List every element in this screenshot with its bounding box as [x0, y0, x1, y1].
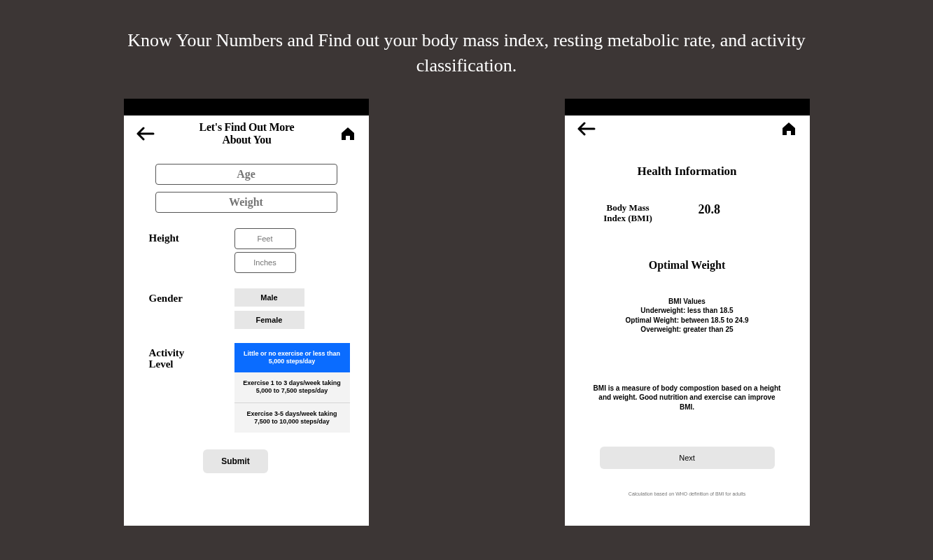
female-button[interactable]: Female — [234, 311, 304, 329]
bmi-value-ranges: BMI Values Underweight: less than 18.5 O… — [626, 297, 749, 335]
bmi-optimal-range: Optimal Weight: between 18.5 to 24.9 — [626, 316, 749, 324]
status-bar — [565, 99, 810, 115]
home-icon[interactable] — [339, 126, 356, 141]
next-button[interactable]: Next — [600, 447, 775, 469]
gender-controls: Male Female — [234, 288, 356, 330]
screen-title: Let's Find Out More About You — [155, 121, 339, 147]
app-bar: Let's Find Out More About You — [124, 115, 369, 150]
gender-row: Gender Male Female — [136, 288, 356, 330]
page-title: Know Your Numbers and Find out your body… — [0, 0, 933, 93]
results-content: Health Information Body Mass Index (BMI)… — [565, 139, 810, 526]
screen-title-line2: About You — [222, 134, 271, 146]
bmi-label: Body Mass Index (BMI) — [577, 202, 679, 224]
activity-controls: Little or no exercise or less than 5,000… — [234, 343, 356, 433]
height-controls — [234, 228, 356, 273]
activity-option-2[interactable]: Exercise 3-5 days/week taking 7,500 to 1… — [234, 403, 350, 433]
screen-title-line1: Let's Find Out More — [199, 121, 295, 133]
status-bar — [124, 99, 369, 115]
activity-label: Activity Level — [136, 343, 234, 370]
activity-label-line2: Level — [149, 358, 174, 370]
inches-input[interactable] — [234, 252, 296, 273]
app-bar — [565, 115, 810, 139]
gender-label: Gender — [136, 288, 234, 304]
activity-option-0[interactable]: Little or no exercise or less than 5,000… — [234, 343, 350, 373]
activity-option-1[interactable]: Exercise 1 to 3 days/week taking 5,000 t… — [234, 372, 350, 403]
form-content: Height Gender Male Female Activity Level — [124, 150, 369, 526]
phone-results: Health Information Body Mass Index (BMI)… — [565, 99, 810, 526]
activity-list: Little or no exercise or less than 5,000… — [234, 343, 350, 433]
bmi-values-heading: BMI Values — [668, 298, 706, 305]
submit-button[interactable]: Submit — [203, 449, 268, 473]
home-icon[interactable] — [780, 121, 797, 136]
phone-form: Let's Find Out More About You Height Gen… — [124, 99, 369, 526]
weight-input[interactable] — [155, 192, 337, 213]
back-arrow-icon[interactable] — [136, 127, 155, 141]
health-info-title: Health Information — [637, 164, 736, 178]
bmi-underweight: Underweight: less than 18.5 — [640, 307, 733, 314]
height-row: Height — [136, 228, 356, 273]
feet-input[interactable] — [234, 228, 296, 249]
optimal-weight-heading: Optimal Weight — [649, 259, 726, 272]
activity-label-line1: Activity — [149, 347, 185, 358]
calculation-footnote: Calculation based on WHO definition of B… — [629, 491, 745, 496]
bmi-row: Body Mass Index (BMI) 20.8 — [577, 202, 797, 224]
male-button[interactable]: Male — [234, 288, 304, 307]
activity-row: Activity Level Little or no exercise or … — [136, 343, 356, 433]
height-label: Height — [136, 228, 234, 244]
bmi-description: BMI is a measure of body compostion base… — [577, 384, 797, 412]
bmi-label-line1: Body Mass — [606, 202, 649, 213]
age-input[interactable] — [155, 164, 337, 185]
bmi-overweight: Overweight: greater than 25 — [640, 326, 733, 333]
bmi-label-line2: Index (BMI) — [603, 213, 652, 223]
bmi-value: 20.8 — [679, 202, 797, 217]
back-arrow-icon[interactable] — [577, 122, 596, 136]
phone-mockups-row: Let's Find Out More About You Height Gen… — [0, 93, 933, 526]
